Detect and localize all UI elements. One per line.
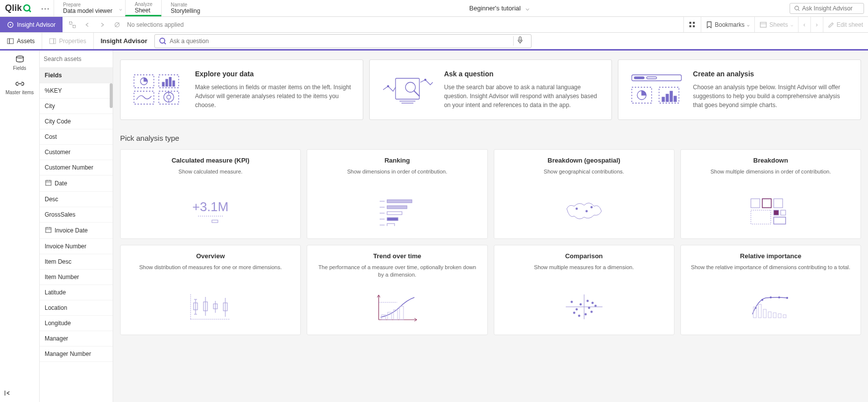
field-label: City Code (45, 118, 71, 125)
analysis-card[interactable]: Relative importanceShow the relative imp… (680, 245, 861, 335)
nav-tab-label: Storytelling (171, 7, 200, 14)
field-item[interactable]: Manager (40, 331, 113, 346)
field-item[interactable]: City (40, 99, 113, 114)
nav-tab-sheet[interactable]: AnalyzeSheet (125, 0, 161, 16)
analysis-card[interactable]: Calculated measure (KPI)Show calculated … (120, 149, 301, 239)
svg-point-118 (585, 313, 587, 315)
field-label: Invoice Date (55, 227, 88, 234)
field-item[interactable]: GrossSales (40, 207, 113, 223)
field-label: Longitude (45, 320, 71, 327)
insight-label: Insight Advisor (17, 21, 56, 28)
svg-rect-11 (689, 25, 691, 27)
analysis-card[interactable]: BreakdownShow multiple dimensions in ord… (680, 149, 861, 239)
nav-tab-small: Analyze (134, 1, 152, 7)
asset-search-input[interactable] (44, 54, 109, 64)
svg-rect-41 (169, 77, 171, 86)
collapse-rail-button[interactable] (0, 386, 39, 402)
clear-selections-button[interactable] (110, 18, 124, 31)
rail-fields[interactable]: Fields (0, 51, 39, 75)
intro-title: Create an analysis (693, 70, 850, 78)
bookmarks-button[interactable]: Bookmarks ⌵ (701, 17, 754, 32)
field-item[interactable]: Cost (40, 129, 113, 145)
top-search[interactable] (790, 3, 864, 14)
top-search-input[interactable] (802, 5, 860, 12)
step-forward-button[interactable] (95, 18, 109, 31)
analysis-card[interactable]: OverviewShow distribution of measures fo… (120, 245, 301, 335)
field-item[interactable]: %KEY (40, 83, 113, 99)
app-title: Beginner's tutorial (469, 4, 521, 12)
analysis-card[interactable]: ComparisonShow multiple measures for a d… (494, 245, 674, 335)
analysis-card[interactable]: Breakdown (geospatial)Show geographical … (494, 149, 674, 239)
assets-button[interactable]: Assets (0, 33, 42, 49)
analysis-illustration (502, 289, 666, 324)
field-item[interactable]: Item Desc (40, 254, 113, 270)
analysis-illustration (129, 289, 292, 324)
smart-search-button[interactable] (66, 18, 79, 31)
nav-tab-small: Prepare (63, 2, 112, 7)
field-item[interactable]: Item Number (40, 270, 113, 285)
analysis-desc: Show multiple dimensions in order of con… (689, 168, 853, 183)
field-item[interactable]: Longitude (40, 316, 113, 331)
svg-point-44 (167, 95, 171, 99)
field-item[interactable]: Customer (40, 145, 113, 160)
field-item[interactable]: Desc (40, 192, 113, 207)
svg-rect-130 (783, 315, 786, 318)
analysis-illustration: +3.1M (129, 194, 292, 229)
svg-point-24 (16, 56, 23, 58)
field-item[interactable]: City Code (40, 114, 113, 129)
svg-rect-7 (73, 25, 75, 28)
logo[interactable]: Qlik (0, 3, 37, 13)
more-menu-button[interactable]: ⋯ (37, 3, 54, 14)
analysis-card[interactable]: RankingShow dimensions in order of contr… (307, 149, 487, 239)
svg-point-77 (576, 208, 578, 210)
collapse-icon (4, 390, 11, 397)
field-item[interactable]: Date (40, 175, 113, 192)
field-item[interactable]: Manager Number (40, 346, 113, 362)
sheets-label: Sheets (769, 21, 788, 28)
rail-fields-label: Fields (0, 65, 39, 71)
analysis-desc: The performance of a measure over time, … (315, 264, 479, 279)
prev-sheet-button[interactable]: ‹ (798, 17, 810, 32)
field-label: Customer Number (45, 164, 93, 171)
search-icon (794, 5, 800, 12)
analysis-illustration (689, 289, 853, 324)
microphone-button[interactable] (513, 36, 527, 46)
field-item[interactable]: Invoice Number (40, 239, 113, 254)
field-item[interactable]: Location (40, 300, 113, 316)
analysis-title: Trend over time (315, 252, 479, 260)
svg-point-115 (595, 305, 597, 307)
assets-label: Assets (17, 38, 35, 45)
analysis-title: Ranking (315, 157, 479, 164)
field-item[interactable]: Latitude (40, 285, 113, 300)
svg-rect-83 (751, 210, 771, 224)
question-input[interactable] (170, 38, 510, 45)
svg-point-110 (573, 312, 575, 314)
step-back-button[interactable] (80, 18, 94, 31)
analysis-card[interactable]: Trend over timeThe performance of a meas… (307, 245, 487, 335)
nav-tab-storytelling[interactable]: NarrateStorytelling (161, 0, 209, 16)
app-title-dropdown[interactable]: Beginner's tutorial ⌵ (209, 4, 790, 12)
svg-rect-125 (758, 304, 761, 318)
insight-advisor-button[interactable]: Insight Advisor (0, 17, 63, 32)
question-search[interactable] (154, 34, 532, 48)
svg-rect-56 (647, 77, 657, 79)
svg-point-112 (587, 300, 589, 302)
field-item[interactable]: Customer Number (40, 160, 113, 175)
nav-tab-data-model-viewer[interactable]: PrepareData model viewer⌵ (54, 0, 125, 16)
edit-sheet-button[interactable]: Edit sheet (823, 17, 868, 32)
svg-point-121 (770, 296, 772, 298)
next-sheet-button[interactable]: › (810, 17, 823, 32)
field-item[interactable]: Invoice Date (40, 223, 113, 239)
analysis-title: Breakdown (geospatial) (502, 157, 666, 164)
sheets-button[interactable]: Sheets ⌵ (754, 17, 798, 32)
scrollbar-thumb[interactable] (110, 83, 113, 108)
svg-point-111 (580, 303, 582, 305)
selections-tool-button[interactable] (683, 17, 701, 32)
svg-point-108 (571, 301, 573, 303)
rail-master-items[interactable]: Master items (0, 75, 39, 99)
svg-rect-39 (162, 82, 164, 86)
svg-point-117 (592, 302, 594, 304)
properties-button[interactable]: Properties (42, 33, 94, 49)
pick-analysis-title: Pick analysis type (120, 134, 861, 142)
field-label: Location (45, 304, 67, 311)
